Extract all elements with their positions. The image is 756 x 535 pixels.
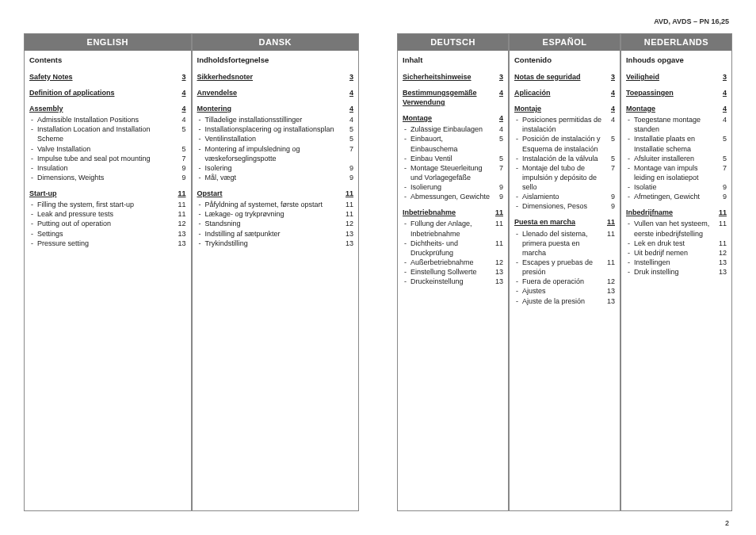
toc-item-page: 11 <box>494 239 503 258</box>
toc-item: -Fuera de operación12 <box>514 277 615 286</box>
bullet-dash-icon: - <box>199 144 205 163</box>
toc-item: -Installationsplacering og installations… <box>197 124 354 134</box>
toc-item-page: 5 <box>605 134 615 153</box>
toc-item-text: Filling the system, first start-up <box>37 200 177 209</box>
toc-item-page: 9 <box>717 182 727 192</box>
bullet-dash-icon: - <box>516 258 522 277</box>
bullet-dash-icon: - <box>199 209 205 219</box>
toc-item: -Ventilinstallation5 <box>197 134 354 143</box>
bullet-dash-icon: - <box>404 239 410 258</box>
toc-item: -Toegestane montage standen4 <box>626 115 727 134</box>
toc-item-page: 9 <box>494 192 503 201</box>
bullet-dash-icon: - <box>628 154 634 163</box>
bullet-dash-icon: - <box>31 200 37 209</box>
bullet-dash-icon: - <box>516 192 522 201</box>
toc-item: -Instellingen13 <box>626 258 727 267</box>
bullet-dash-icon: - <box>628 267 634 277</box>
toc-item-text: Posición de instalación y Esquema de ins… <box>522 134 605 153</box>
toc-item-page: 11 <box>605 258 615 277</box>
toc-item-page: 11 <box>605 229 615 258</box>
toc-item-page: 13 <box>177 229 186 239</box>
bullet-dash-icon: - <box>516 277 522 286</box>
toc-item-text: Instalación de la válvula <box>522 154 605 163</box>
toc-item-text: Druk instelling <box>634 267 717 277</box>
toc-item: -Pressure setting13 <box>29 239 186 248</box>
toc-column: DEUTSCHInhaltSicherheitshinweise3Bestimm… <box>397 33 509 511</box>
toc-item-page: 5 <box>494 134 503 153</box>
toc-item-text: Escapes y pruebas de presión <box>522 258 605 277</box>
bullet-dash-icon: - <box>404 219 410 238</box>
toc-section-heading: Assembly4 <box>29 104 186 113</box>
bullet-dash-icon: - <box>31 124 37 143</box>
toc-item: -Montage van impuls leiding en isolatiep… <box>626 163 727 182</box>
bullet-dash-icon: - <box>516 229 522 258</box>
toc-item: -Isolering9 <box>197 163 354 173</box>
toc-item-page: 9 <box>605 201 615 211</box>
toc-item-text: Uit bedrijf nemen <box>634 248 717 258</box>
toc-item-text: Leak and pressure tests <box>37 209 177 219</box>
toc-section-heading: Sikkerhedsnoter3 <box>197 72 354 82</box>
toc-item: -Druk instelling13 <box>626 267 727 277</box>
toc-item-page: 4 <box>494 124 503 134</box>
toc-item-page: 13 <box>605 286 615 296</box>
toc-item-text: Einbau Ventil <box>410 154 494 163</box>
toc-item-text: Installatie plaats en Installatie schema <box>634 134 717 153</box>
toc-item-text: Instellingen <box>634 258 717 267</box>
toc-item-page: 9 <box>494 182 503 192</box>
bullet-dash-icon: - <box>31 154 37 163</box>
bullet-dash-icon: - <box>199 173 205 182</box>
bullet-dash-icon: - <box>31 209 37 219</box>
toc-item-text: Dichtheits- und Druckprüfung <box>410 239 494 258</box>
toc-item-page: 7 <box>177 154 186 163</box>
toc-column: ENGLISHContentsSafety Notes3Definition o… <box>24 33 192 511</box>
bullet-dash-icon: - <box>31 229 37 239</box>
toc-item-text: Trykindstilling <box>205 239 345 248</box>
toc-item: -Einstellung Sollwerte13 <box>403 267 503 277</box>
toc-item-text: Montage Steuerleitung und Vorlagegefäße <box>410 163 494 182</box>
bullet-dash-icon: - <box>628 134 634 153</box>
bullet-dash-icon: - <box>199 200 205 209</box>
toc-item-text: Putting out of operation <box>37 219 177 228</box>
contents-label: Inhouds opgave <box>626 55 727 66</box>
toc-item-text: Installation Location and Installation S… <box>37 124 177 143</box>
toc-item-page: 9 <box>177 163 186 173</box>
toc-item: -Instalación de la válvula5 <box>514 154 615 163</box>
toc-item-text: Ventilinstallation <box>205 134 345 143</box>
toc-item: -Indstilling af sætpunkter13 <box>197 229 354 239</box>
bullet-dash-icon: - <box>31 173 37 182</box>
toc-item-text: Aislamiento <box>522 192 605 201</box>
toc-item-text: Ajustes <box>522 286 605 296</box>
contents-label: Contents <box>29 55 186 66</box>
bullet-dash-icon: - <box>628 258 634 267</box>
toc-item-page: 5 <box>177 144 186 154</box>
column-header: DEUTSCH <box>398 34 508 51</box>
toc-item-page: 13 <box>344 239 353 248</box>
toc-item-text: Llenado del sistema, primera puesta en m… <box>522 229 605 258</box>
toc-section-heading: Aplicación4 <box>514 88 615 97</box>
toc-item-page: 5 <box>344 124 353 134</box>
toc-item: -Montaje del tubo de impulsión y depósit… <box>514 163 615 192</box>
toc-item: -Tilladelige installationsstillinger4 <box>197 115 354 124</box>
contents-label: Inhalt <box>403 55 503 66</box>
toc-item-page: 5 <box>494 154 503 163</box>
toc-item: -Mål, vægt9 <box>197 173 354 182</box>
toc-item-page: 4 <box>344 115 353 124</box>
toc-item: -Ajustes13 <box>514 286 615 296</box>
toc-item-text: Montage van impuls leiding en isolatiepo… <box>634 163 717 182</box>
bullet-dash-icon: - <box>516 163 522 192</box>
toc-item-text: Ajuste de la presión <box>522 296 605 306</box>
toc-item: -Montage Steuerleitung und Vorlagegefäße… <box>403 163 503 182</box>
toc-item-text: Dimensions, Weights <box>37 173 177 182</box>
toc-item-text: Afsluiter installeren <box>634 154 717 163</box>
toc-item: -Påfyldning af systemet, første opstart1… <box>197 200 354 209</box>
toc-section-heading: Montaje4 <box>514 104 615 113</box>
column-header: NEDERLANDS <box>621 34 731 51</box>
toc-item: -Impulse tube and seal pot mounting7 <box>29 154 186 163</box>
contents-label: Indholdsfortegnelse <box>197 55 354 66</box>
toc-section-heading: Inbedrijfname11 <box>626 208 727 217</box>
bullet-dash-icon: - <box>199 124 205 134</box>
toc-item: -Posiciones permitidas de instalación4 <box>514 115 615 134</box>
toc-item-text: Isolierung <box>410 182 494 192</box>
toc-section-heading: Inbetriebnahme11 <box>403 208 503 217</box>
bullet-dash-icon: - <box>628 248 634 258</box>
